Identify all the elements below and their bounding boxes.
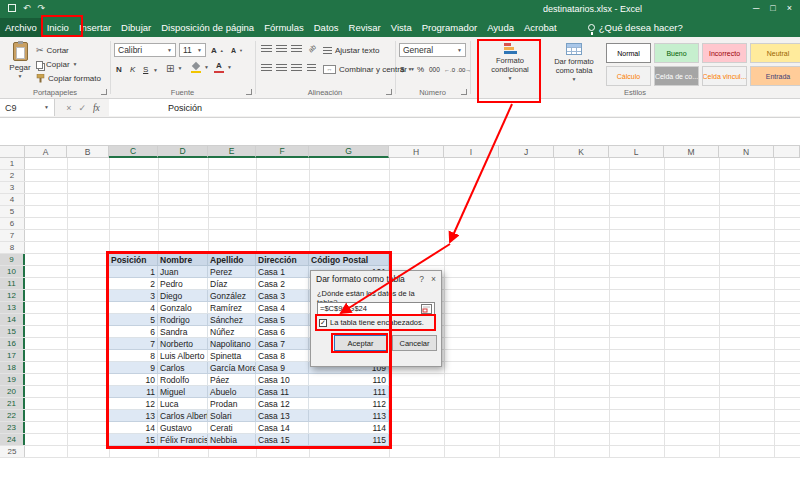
tell-me-box[interactable]: ¿Qué desea hacer? bbox=[588, 18, 683, 37]
tab-insertar[interactable]: Insertar bbox=[74, 18, 116, 37]
tab-archivo[interactable]: Archivo bbox=[0, 18, 42, 37]
align-left-icon[interactable] bbox=[261, 64, 272, 72]
cell-style-celda-de-co-[interactable]: Celda de co... bbox=[654, 66, 699, 86]
table-cell[interactable]: Casa 14 bbox=[256, 422, 309, 434]
row-header-12[interactable]: 12 bbox=[0, 290, 25, 301]
cancel-entry-icon[interactable]: × bbox=[66, 103, 71, 113]
row-header-24[interactable]: 24 bbox=[0, 434, 25, 445]
cell-style-normal[interactable]: Normal bbox=[606, 43, 651, 63]
underline-chevron-icon[interactable]: ▼ bbox=[153, 68, 158, 73]
minimize-button[interactable]: ─ bbox=[753, 3, 759, 13]
table-cell[interactable]: Páez bbox=[208, 374, 256, 386]
insert-function-icon[interactable]: fx bbox=[93, 103, 100, 113]
tab-f-rmulas[interactable]: Fórmulas bbox=[259, 18, 309, 37]
table-cell[interactable]: Sánchez bbox=[208, 314, 256, 326]
table-cell[interactable]: Rodrigo bbox=[158, 314, 208, 326]
undo-icon[interactable]: ↶ bbox=[23, 3, 31, 13]
table-cell[interactable]: Casa 8 bbox=[256, 350, 309, 362]
table-cell[interactable]: 4 bbox=[109, 302, 158, 314]
table-cell[interactable]: 1 bbox=[109, 266, 158, 278]
table-cell[interactable]: García Morer bbox=[208, 362, 256, 374]
column-header-B[interactable]: B bbox=[67, 145, 109, 158]
table-cell[interactable]: Carlos bbox=[158, 362, 208, 374]
table-cell[interactable]: 15 bbox=[109, 434, 158, 446]
table-cell[interactable]: Casa 5 bbox=[256, 314, 309, 326]
row-header-10[interactable]: 10 bbox=[0, 266, 25, 277]
redo-icon[interactable]: ↷ bbox=[38, 3, 46, 13]
table-cell[interactable]: Solari bbox=[208, 410, 256, 422]
row-header-20[interactable]: 20 bbox=[0, 386, 25, 397]
tab-datos[interactable]: Datos bbox=[309, 18, 344, 37]
table-cell[interactable]: 9 bbox=[109, 362, 158, 374]
table-cell[interactable]: 3 bbox=[109, 290, 158, 302]
save-icon[interactable] bbox=[8, 4, 16, 12]
alignment-dialog-launcher-icon[interactable] bbox=[386, 89, 392, 95]
table-cell[interactable]: Perez bbox=[208, 266, 256, 278]
font-dialog-launcher-icon[interactable] bbox=[246, 89, 252, 95]
table-cell[interactable]: 2 bbox=[109, 278, 158, 290]
maximize-button[interactable]: □ bbox=[770, 3, 775, 13]
comma-style-button[interactable]: 000 bbox=[429, 63, 440, 76]
cell-style-entrada[interactable]: Entrada bbox=[750, 66, 800, 86]
table-cell[interactable]: Cerati bbox=[208, 422, 256, 434]
table-cell[interactable]: Díaz bbox=[208, 278, 256, 290]
column-header-C[interactable]: C bbox=[109, 145, 158, 158]
column-header-N[interactable]: N bbox=[719, 145, 774, 158]
font-color-button[interactable]: A ▼ bbox=[214, 61, 232, 74]
table-cell[interactable]: Diego bbox=[158, 290, 208, 302]
table-cell[interactable]: Juan bbox=[158, 266, 208, 278]
tab-vista[interactable]: Vista bbox=[386, 18, 417, 37]
table-cell[interactable]: 111 bbox=[309, 386, 389, 398]
table-cell[interactable]: Félix Francisco bbox=[158, 434, 208, 446]
table-cell[interactable]: Ramírez bbox=[208, 302, 256, 314]
accept-button[interactable]: Aceptar bbox=[334, 335, 387, 351]
row-header-23[interactable]: 23 bbox=[0, 422, 25, 433]
table-cell[interactable]: Casa 7 bbox=[256, 338, 309, 350]
table-cell[interactable]: Miguel bbox=[158, 386, 208, 398]
align-right-icon[interactable] bbox=[291, 64, 302, 72]
table-cell[interactable]: 8 bbox=[109, 350, 158, 362]
dialog-help-button[interactable]: ? bbox=[419, 274, 424, 284]
increase-decimal-button[interactable]: ←.0 bbox=[444, 63, 455, 76]
row-header-5[interactable]: 5 bbox=[0, 206, 25, 217]
table-cell[interactable]: Gonzalo bbox=[158, 302, 208, 314]
cancel-button[interactable]: Cancelar bbox=[392, 335, 437, 351]
table-cell[interactable]: 12 bbox=[109, 398, 158, 410]
dialog-close-button[interactable]: × bbox=[431, 274, 436, 284]
cell-style-bueno[interactable]: Bueno bbox=[654, 43, 699, 63]
row-header-2[interactable]: 2 bbox=[0, 170, 25, 181]
range-selector-icon[interactable] bbox=[421, 304, 432, 314]
clipboard-dialog-launcher-icon[interactable] bbox=[101, 89, 107, 95]
row-header-19[interactable]: 19 bbox=[0, 374, 25, 385]
row-header-1[interactable]: 1 bbox=[0, 158, 25, 169]
table-cell[interactable]: Pedro bbox=[158, 278, 208, 290]
table-cell[interactable]: 10 bbox=[109, 374, 158, 386]
underline-button[interactable]: S bbox=[143, 63, 148, 76]
table-cell[interactable]: Núñez bbox=[208, 326, 256, 338]
table-cell[interactable]: Casa 6 bbox=[256, 326, 309, 338]
table-cell[interactable]: Casa 15 bbox=[256, 434, 309, 446]
row-header-6[interactable]: 6 bbox=[0, 218, 25, 229]
italic-button[interactable]: K bbox=[130, 63, 135, 76]
row-header-25[interactable]: 25 bbox=[0, 446, 25, 457]
table-cell[interactable]: 13 bbox=[109, 410, 158, 422]
table-cell[interactable]: Casa 12 bbox=[256, 398, 309, 410]
table-cell[interactable]: Spinetta bbox=[208, 350, 256, 362]
table-cell[interactable]: Norberto bbox=[158, 338, 208, 350]
row-header-11[interactable]: 11 bbox=[0, 278, 25, 289]
table-header-cell[interactable]: Dirección bbox=[256, 254, 309, 266]
table-cell[interactable]: Napolitano bbox=[208, 338, 256, 350]
table-cell[interactable]: Casa 1 bbox=[256, 266, 309, 278]
table-header-cell[interactable]: Apellido bbox=[208, 254, 256, 266]
decrease-indent-icon[interactable] bbox=[307, 64, 316, 72]
format-painter-button[interactable]: Copiar formato bbox=[36, 72, 101, 85]
has-headers-checkbox[interactable]: ✓ La tabla tiene encabezados. bbox=[319, 318, 424, 327]
bold-button[interactable]: N bbox=[116, 63, 122, 76]
table-cell[interactable]: Abuelo bbox=[208, 386, 256, 398]
row-header-16[interactable]: 16 bbox=[0, 338, 25, 349]
row-header-22[interactable]: 22 bbox=[0, 410, 25, 421]
column-header-M[interactable]: M bbox=[664, 145, 719, 158]
tab-acrobat[interactable]: Acrobat bbox=[519, 18, 562, 37]
wrap-text-button[interactable]: Ajustar texto bbox=[323, 44, 379, 57]
row-header-4[interactable]: 4 bbox=[0, 194, 25, 205]
